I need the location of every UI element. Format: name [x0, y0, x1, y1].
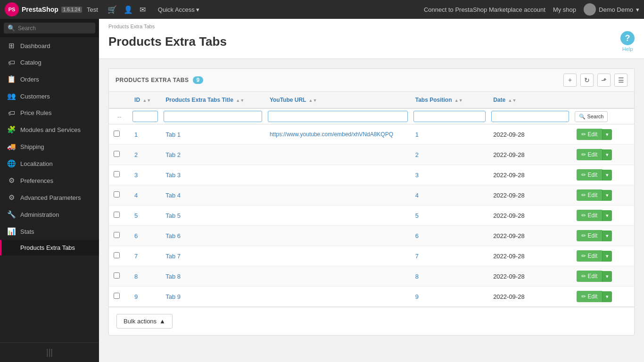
filter-id-input[interactable]	[132, 111, 158, 122]
row-id-link[interactable]: 1	[134, 131, 138, 138]
sidebar-item-price-rules[interactable]: 🏷 Price Rules	[0, 105, 99, 121]
columns-button[interactable]: ☰	[614, 74, 627, 87]
row-title-link[interactable]: Tab 7	[165, 253, 181, 260]
edit-dropdown-button[interactable]: ▾	[602, 230, 612, 241]
row-checkbox[interactable]	[114, 293, 120, 299]
top-navigation: PS PrestaShop 1.6.1.24 Test 🛒 👤 ✉ Quick …	[0, 0, 644, 19]
edit-dropdown-button[interactable]: ▾	[602, 129, 612, 140]
edit-button[interactable]: ✏ Edit	[577, 189, 603, 201]
filter-search-button[interactable]: 🔍 Search	[575, 111, 608, 122]
filter-dash: --	[109, 108, 130, 124]
sidebar-item-catalog[interactable]: 🏷 Catalog	[0, 54, 99, 71]
user-menu[interactable]: Demo Demo ▾	[584, 3, 639, 16]
row-url-link[interactable]: https://www.youtube.com/embed/xhVNdA8KQP…	[270, 131, 393, 138]
export-button[interactable]: ⬏	[597, 74, 611, 87]
sidebar-item-localization[interactable]: 🌐 Localization	[0, 155, 99, 172]
sidebar-item-stats[interactable]: 📊 Stats	[0, 223, 99, 240]
filter-title-input[interactable]	[164, 111, 262, 122]
row-title-link[interactable]: Tab 6	[165, 232, 181, 239]
sidebar-item-modules[interactable]: 🧩 Modules and Services	[0, 121, 99, 138]
sidebar-collapse-icon[interactable]: |||	[46, 347, 53, 357]
row-id-link[interactable]: 6	[134, 232, 138, 239]
sidebar-item-administration[interactable]: 🔧 Administration	[0, 206, 99, 223]
filter-url-input[interactable]	[268, 111, 408, 122]
sidebar-item-shipping[interactable]: 🚚 Shipping	[0, 138, 99, 155]
row-title-link[interactable]: Tab 8	[165, 273, 181, 280]
row-position-link[interactable]: 6	[415, 232, 419, 239]
row-id-link[interactable]: 7	[134, 253, 138, 260]
edit-button[interactable]: ✏ Edit	[577, 169, 603, 181]
filter-position-input[interactable]	[413, 111, 486, 122]
edit-dropdown-button[interactable]: ▾	[602, 291, 612, 302]
sidebar-item-products-extra-tabs[interactable]: Products Extra Tabs	[0, 240, 99, 255]
row-checkbox[interactable]	[114, 171, 120, 177]
bulk-actions-button[interactable]: Bulk actions ▲	[116, 314, 173, 329]
edit-dropdown-button[interactable]: ▾	[602, 149, 612, 160]
row-checkbox[interactable]	[114, 252, 120, 258]
quick-access-button[interactable]: Quick Access ▾	[154, 4, 204, 15]
row-id-link[interactable]: 2	[134, 151, 138, 158]
row-position-link[interactable]: 9	[415, 293, 419, 300]
row-title-link[interactable]: Tab 5	[165, 212, 181, 219]
header-date[interactable]: Date ▲▼	[488, 92, 571, 108]
row-checkbox[interactable]	[114, 272, 120, 279]
row-id-link[interactable]: 9	[134, 293, 138, 300]
sidebar-item-dashboard[interactable]: ⊞ Dashboard	[0, 37, 99, 54]
row-checkbox[interactable]	[114, 151, 120, 157]
edit-dropdown-button[interactable]: ▾	[602, 210, 612, 221]
row-id-link[interactable]: 5	[134, 212, 138, 219]
row-position-link[interactable]: 2	[415, 151, 419, 158]
edit-button[interactable]: ✏ Edit	[577, 230, 603, 241]
filter-date-input[interactable]	[491, 111, 569, 122]
breadcrumb: Products Extra Tabs	[108, 24, 635, 29]
sidebar-item-advanced-parameters[interactable]: ⚙ Advanced Parameters	[0, 189, 99, 206]
edit-dropdown-button[interactable]: ▾	[602, 271, 612, 282]
sidebar-item-preferences[interactable]: ⚙ Preferences	[0, 172, 99, 189]
edit-dropdown-button[interactable]: ▾	[602, 190, 612, 201]
help-button[interactable]: ? Help	[620, 31, 635, 52]
pencil-icon: ✏	[581, 192, 586, 198]
add-button[interactable]: ＋	[563, 74, 577, 87]
edit-button[interactable]: ✏ Edit	[577, 291, 603, 302]
edit-button[interactable]: ✏ Edit	[577, 149, 603, 160]
row-id-link[interactable]: 4	[134, 192, 138, 199]
sidebar-search-input[interactable]	[18, 25, 91, 32]
edit-button[interactable]: ✏ Edit	[577, 129, 603, 140]
help-circle-icon: ?	[620, 31, 635, 45]
refresh-button[interactable]: ↻	[580, 74, 594, 87]
row-checkbox[interactable]	[114, 212, 120, 218]
cart-icon[interactable]: 🛒	[107, 5, 117, 14]
row-position-link[interactable]: 3	[415, 172, 419, 179]
connect-marketplace-link[interactable]: Connect to PrestaShop Marketplace accoun…	[424, 6, 545, 13]
row-checkbox[interactable]	[114, 232, 120, 238]
row-id-link[interactable]: 8	[134, 273, 138, 280]
mail-icon[interactable]: ✉	[140, 5, 146, 14]
edit-button[interactable]: ✏ Edit	[577, 250, 603, 262]
row-title-link[interactable]: Tab 4	[165, 192, 181, 199]
row-title-link[interactable]: Tab 1	[165, 131, 181, 138]
row-position-link[interactable]: 5	[415, 212, 419, 219]
my-shop-link[interactable]: My shop	[553, 6, 576, 13]
person-icon[interactable]: 👤	[124, 5, 133, 14]
row-checkbox[interactable]	[114, 131, 120, 137]
row-id-link[interactable]: 3	[134, 172, 138, 179]
row-title-link[interactable]: Tab 9	[165, 293, 181, 300]
row-title-link[interactable]: Tab 2	[165, 151, 181, 158]
header-position[interactable]: Tabs Position ▲▼	[411, 92, 488, 108]
row-title-link[interactable]: Tab 3	[165, 172, 181, 179]
sidebar-item-orders[interactable]: 📋 Orders	[0, 71, 99, 88]
row-position-link[interactable]: 4	[415, 192, 419, 199]
sidebar-item-customers[interactable]: 👥 Customers	[0, 88, 99, 105]
row-checkbox[interactable]	[114, 191, 120, 197]
row-position-link[interactable]: 8	[415, 273, 419, 280]
row-position-link[interactable]: 7	[415, 253, 419, 260]
edit-label: Edit	[588, 232, 598, 239]
row-position-link[interactable]: 1	[415, 131, 419, 138]
edit-button[interactable]: ✏ Edit	[577, 210, 603, 221]
edit-dropdown-button[interactable]: ▾	[602, 251, 612, 262]
header-id[interactable]: ID ▲▼	[130, 92, 161, 108]
header-url[interactable]: YouTube URL ▲▼	[265, 92, 411, 108]
edit-dropdown-button[interactable]: ▾	[602, 170, 612, 181]
edit-button[interactable]: ✏ Edit	[577, 271, 603, 282]
header-title[interactable]: Products Extra Tabs Title ▲▼	[161, 92, 265, 108]
